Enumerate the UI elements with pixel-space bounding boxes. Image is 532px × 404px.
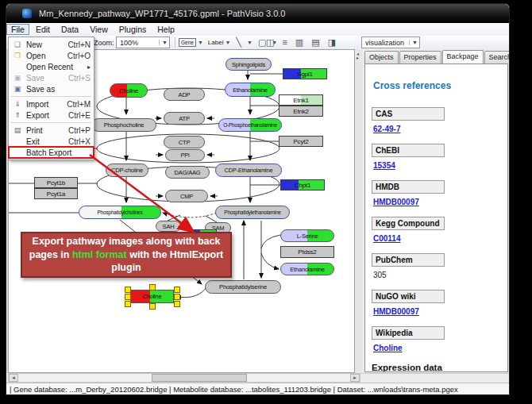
selection-handle[interactable]	[125, 287, 131, 293]
selection-handle[interactable]	[174, 287, 180, 293]
visualization-dropdown-arrow[interactable]: ▼	[409, 40, 418, 45]
backpage-content: Cross references CAS 62-49-7 ChEBI 15354…	[364, 63, 508, 372]
menu-item-print[interactable]: ▤ Print Ctrl+P	[9, 125, 94, 136]
gene-tool-arrow[interactable]: ▼	[198, 36, 203, 49]
menu-item-open-recent[interactable]: Open Recent ▸	[9, 61, 94, 72]
selection-handle[interactable]	[174, 294, 180, 300]
horizontal-scrollbar[interactable]: ◄ ►	[8, 373, 360, 383]
xref-value: 305	[373, 271, 501, 279]
selection-handle[interactable]	[174, 301, 180, 307]
selection-handle[interactable]	[125, 294, 131, 300]
app-icon	[22, 9, 32, 18]
selection-handle[interactable]	[149, 284, 156, 290]
submenu-arrow-icon: ▸	[87, 63, 91, 71]
save-icon: ▣	[12, 74, 23, 82]
title-bar: Mm_Kennedy_pathway_WP1771_45176.gpml - P…	[6, 4, 509, 23]
menu-item-open[interactable]: ❐ Open Ctrl+O	[9, 50, 94, 61]
line-tool-arrow[interactable]: ▼	[247, 36, 253, 49]
node-atp[interactable]: ATP	[164, 112, 205, 125]
node-ethanolamine-2[interactable]: Ethanolamine	[280, 263, 334, 275]
gene-tool-icon[interactable]: Gene	[179, 38, 196, 47]
menu-item-new[interactable]: ❏ New Ctrl+N	[9, 39, 94, 50]
menu-item-save-as[interactable]: ▣ Save as	[9, 83, 94, 94]
gene-pcyt2[interactable]: Pcyt2	[279, 136, 323, 147]
node-sah[interactable]: SAH	[156, 221, 181, 232]
menu-view[interactable]: View	[85, 24, 113, 35]
tab-search[interactable]: Search	[484, 51, 509, 63]
tab-backpage[interactable]: Backpage	[442, 50, 484, 64]
status-text: | Gene database: ...m_Derby_20120602.bri…	[10, 385, 458, 394]
node-phosphatidylethanolamine[interactable]: Phosphatidylethanolamine	[215, 206, 290, 219]
printer-icon: ▤	[12, 126, 23, 134]
line-tool-icon[interactable]: ╲	[236, 36, 241, 49]
gene-chpt1[interactable]: Chpt1	[280, 179, 325, 190]
xref-section-pubchem: PubChem 305	[372, 253, 501, 279]
menu-edit[interactable]: Edit	[31, 24, 55, 35]
xref-link[interactable]: HMDB00097	[373, 198, 501, 206]
xref-link[interactable]: 15354	[373, 161, 501, 170]
menu-file[interactable]: File	[6, 24, 29, 35]
node-ethanolamine[interactable]: Ethanolamine	[225, 83, 276, 97]
gene-pcyt1b[interactable]: Pcyt1b	[34, 177, 78, 188]
callout-highlight: html format	[72, 249, 127, 260]
node-phosphatidylserine[interactable]: Phosphatidylserine	[205, 280, 281, 294]
zoom-dropdown-arrow[interactable]: ▼	[159, 40, 168, 45]
tab-properties[interactable]: Properties	[399, 51, 441, 63]
side-panel-tabs: Objects Properties Backpage Search Legen…	[364, 51, 508, 63]
node-adp[interactable]: ADP	[164, 88, 205, 101]
scroll-right-icon[interactable]: ►	[350, 374, 360, 382]
menu-item-import[interactable]: ⇓ Import Ctrl+M	[9, 98, 94, 110]
menu-plugins[interactable]: Plugins	[114, 24, 151, 35]
zoom-combobox[interactable]: 100% ▼	[116, 37, 170, 48]
xref-section-kegg: Kegg Compound C00114	[372, 217, 501, 243]
visualization-combobox[interactable]: visualization ▼	[361, 37, 420, 48]
selection-handle[interactable]	[149, 303, 156, 310]
stack-vertical-icon[interactable]: ▤	[311, 36, 319, 49]
node-cdp-ethanolamine[interactable]: CDP-Ethanolamine	[215, 164, 282, 177]
label-tool-arrow[interactable]: ▼	[225, 36, 230, 49]
app-window: Mm_Kennedy_pathway_WP1771_45176.gpml - P…	[6, 4, 509, 394]
xref-name: ChEBI	[372, 144, 445, 157]
node-cdp-choline[interactable]: CDP-choline	[106, 164, 148, 177]
node-ppi[interactable]: PPi	[165, 149, 205, 161]
toolbar-separator	[175, 37, 175, 48]
tab-objects[interactable]: Objects	[364, 51, 399, 63]
node-ctp[interactable]: CTP	[164, 136, 205, 148]
label-tool[interactable]: Label	[208, 39, 224, 46]
scrollbar-thumb[interactable]	[152, 374, 247, 382]
menu-item-batch-export[interactable]: Batch Export	[9, 147, 94, 158]
menu-help[interactable]: Help	[152, 24, 179, 35]
splitter-grip-icon[interactable]: ◂▸	[357, 52, 359, 60]
menu-item-exit[interactable]: Exit Ctrl+X	[9, 136, 94, 147]
node-choline[interactable]: Choline	[110, 83, 148, 98]
align-vertical-icon[interactable]: ≡	[282, 36, 287, 49]
stack-horizontal-icon[interactable]: ▥	[295, 36, 303, 49]
node-o-phosphoethanolamine[interactable]: O-Phosphoethanolamine	[218, 118, 282, 132]
node-phosphocholine[interactable]: Phosphocholine	[91, 118, 156, 132]
xref-link[interactable]: HMDB00097	[373, 307, 501, 316]
xref-link[interactable]: C00114	[373, 234, 501, 243]
gene-pcyt1a[interactable]: Pcyt1a	[34, 188, 78, 199]
node-dag-aag[interactable]: DAG/AAG	[165, 166, 210, 179]
node-choline-selected[interactable]: Choline	[130, 290, 174, 303]
node-phosphatidylcholines[interactable]: Phosphatidylcholines	[79, 206, 161, 219]
panel-splitter[interactable]: ◂▸	[355, 49, 362, 373]
menu-data[interactable]: Data	[56, 24, 83, 35]
xref-link[interactable]: 62-49-7	[373, 125, 501, 133]
menu-item-export[interactable]: ⇑ Export Ctrl+E	[9, 110, 94, 121]
node-l-serine[interactable]: L-Serine	[280, 229, 334, 242]
gene-sgpl1[interactable]: Sgpl1	[283, 68, 327, 79]
menu-item-save[interactable]: ▣ Save Ctrl+S	[9, 72, 94, 83]
xref-link[interactable]: Choline	[373, 344, 501, 352]
gene-etnk2[interactable]: Etnk2	[279, 106, 323, 117]
gene-etnk1[interactable]: Etnk1	[279, 94, 323, 106]
scroll-left-icon[interactable]: ◄	[9, 374, 18, 382]
align-left-icon[interactable]: ◨	[328, 36, 336, 49]
align-center-icon[interactable]: ◫	[266, 36, 274, 49]
xref-name: Kegg Compound	[372, 217, 445, 230]
node-cmp[interactable]: CMP	[165, 190, 208, 202]
node-sphingolipids[interactable]: Sphingolipids	[226, 58, 272, 71]
menu-separator	[11, 96, 91, 97]
selection-handle[interactable]	[125, 301, 131, 307]
gene-ptdss2[interactable]: Ptdss2	[280, 246, 334, 258]
